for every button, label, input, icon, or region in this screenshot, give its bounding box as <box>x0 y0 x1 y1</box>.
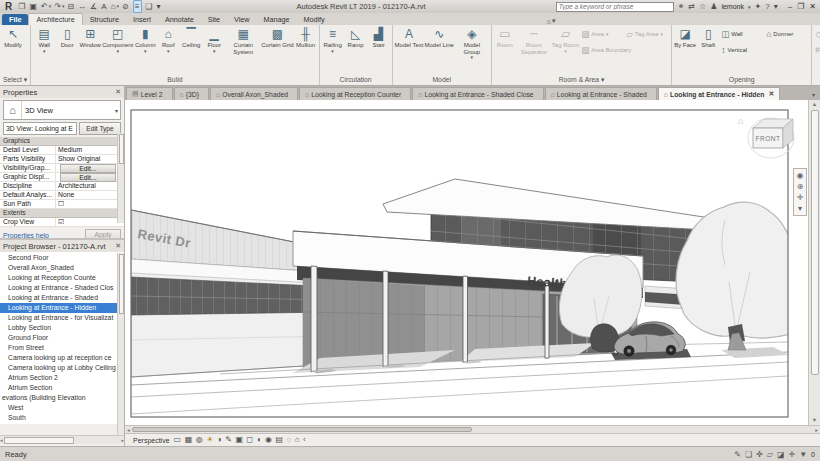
full-navigation-wheel-icon[interactable]: ◉ <box>797 171 804 180</box>
save-orientation-icon[interactable]: ⌂ <box>295 435 300 445</box>
ribbon-button-wall[interactable]: ▤Wall▾ <box>33 26 55 73</box>
browser-item-looking-at-entrance-for-visualizat[interactable]: Looking at Entrance - for Visualizat <box>0 313 124 323</box>
type-selector[interactable]: ⌂ 3D View ▾ <box>3 100 121 120</box>
revit-logo-icon[interactable]: R <box>5 1 13 12</box>
model-text-icon[interactable]: A <box>101 1 107 12</box>
browser-item-evations-building-elevation[interactable]: evations (Building Elevation <box>0 393 124 403</box>
view-tab-looking-at-entrance-shaded[interactable]: ⌂ Looking at Entrance - Shaded <box>545 87 657 100</box>
browser-item-looking-at-entrance-shaded[interactable]: Looking at Entrance - Shaded <box>0 293 124 303</box>
ribbon-button-grid[interactable]: #Grid <box>814 42 820 58</box>
scroll-right-icon[interactable]: ▸ <box>815 427 818 433</box>
ribbon-button-mullion[interactable]: ╫Mullion <box>295 26 317 73</box>
ribbon-button-by-face[interactable]: ◪By Face <box>674 26 696 73</box>
ribbon-button-roof[interactable]: ⌂Roof▾ <box>157 26 179 73</box>
ribbon-button-window[interactable]: ⊞Window <box>79 26 101 73</box>
browser-vertical-scrollbar[interactable] <box>117 253 124 435</box>
ribbon-button-floor[interactable]: ▁Floor▾ <box>203 26 225 73</box>
vertical-scrollbar[interactable]: ▲ ▼ <box>808 100 820 425</box>
navbar-caret-icon[interactable]: ▾ <box>798 204 802 213</box>
browser-horizontal-scrollbar[interactable]: ◂ ▸ <box>0 435 124 444</box>
zoom-icon[interactable]: ⊕ <box>797 182 804 191</box>
browser-item-ground-floor[interactable]: Ground Floor <box>0 333 124 343</box>
ribbon-button-model-group[interactable]: ◈Model Group▾ <box>455 26 489 73</box>
select-pinned-toggle-icon[interactable]: ✜ <box>756 450 763 459</box>
select-links-toggle-icon[interactable]: ❏ <box>745 450 752 459</box>
ribbon-button-door[interactable]: ▯Door <box>56 26 78 73</box>
ribbon-tab-structure[interactable]: Structure <box>83 14 126 25</box>
browser-item-looking-at-entrance-shaded-clos[interactable]: Looking at Entrance - Shaded Clos <box>0 283 124 293</box>
properties-scrollbar-thumb[interactable] <box>119 134 124 164</box>
visual-style-icon[interactable]: ◍ <box>196 435 203 445</box>
ribbon-tab-view[interactable]: View <box>227 14 256 25</box>
ribbon-button-railing[interactable]: ≡Railing▾ <box>322 26 344 73</box>
horizontal-scrollbar[interactable]: ◂ ▸ <box>125 425 820 433</box>
favorites-icon[interactable]: ☆ <box>699 2 706 11</box>
measure-icon[interactable]: ↔ <box>78 1 87 12</box>
editable-only-toggle-icon[interactable]: ✎ <box>734 450 741 459</box>
pan-icon[interactable]: ✛ <box>797 193 804 202</box>
drag-on-selection-toggle-icon[interactable]: ✛ <box>788 450 795 459</box>
ribbon-tab-file[interactable]: File <box>2 14 28 25</box>
browser-item-atrium-section[interactable]: Atrium Section <box>0 383 124 393</box>
ribbon-button-wall[interactable]: ◫Wall <box>720 26 764 42</box>
size-crop-icon[interactable]: ▭ <box>174 435 182 445</box>
view-tab-looking-at-entrance-shaded-close[interactable]: ⌂ Looking at Entrance - Shaded Close <box>412 87 543 100</box>
browser-item-from-street[interactable]: From Street <box>0 343 124 353</box>
ribbon-button-model-text[interactable]: AModel Text <box>395 26 424 73</box>
horizontal-scrollbar-thumb[interactable] <box>132 427 472 432</box>
sun-path-icon[interactable]: ☀ <box>206 435 213 445</box>
signed-in-user[interactable]: lemonk <box>721 3 744 10</box>
detail-level-icon[interactable]: ▦ <box>185 435 193 445</box>
panel-label-select[interactable]: Select ▾ <box>0 74 30 85</box>
browser-horizontal-scrollbar-thumb[interactable] <box>4 437 74 444</box>
scroll-up-icon[interactable]: ▲ <box>812 100 817 109</box>
browser-item-atrium-section-2[interactable]: Atrium Section 2 <box>0 373 124 383</box>
ribbon-button-shaft[interactable]: ▯Shaft <box>697 26 719 73</box>
search-input[interactable] <box>556 2 674 12</box>
ribbon-button-area[interactable]: ▨Area▾ <box>580 26 624 42</box>
minimize-button[interactable]: – <box>788 2 792 11</box>
browser-item-west[interactable]: West <box>0 403 124 413</box>
view-tab-level-2[interactable]: ▤ Level 2 <box>126 87 173 100</box>
search-icon[interactable]: ⚭ <box>678 2 685 11</box>
aligned-dimension-icon[interactable]: ∡ <box>90 1 98 12</box>
ribbon-tab-architecture[interactable]: Architecture <box>28 13 82 25</box>
browser-item-camera-looking-up-at-lobby-ceiling[interactable]: Camera looking up at Lobby Ceiling <box>0 363 124 373</box>
ribbon-button-stair[interactable]: ▟Stair <box>368 26 390 73</box>
viewcube-home-icon[interactable]: ⌂ <box>738 116 743 126</box>
sketchy-lines-icon[interactable]: ✎ <box>225 435 232 445</box>
browser-item-second-floor[interactable]: Second Floor <box>0 253 124 263</box>
apply-button[interactable]: Apply <box>85 229 121 240</box>
browser-vertical-scrollbar-thumb[interactable] <box>119 254 124 314</box>
help-caret-icon[interactable]: ▾ <box>774 2 778 11</box>
shadows-icon[interactable]: ◑ <box>217 435 222 445</box>
close-view-icon[interactable]: ✕ <box>768 90 774 98</box>
ribbon-tab-site[interactable]: Site <box>201 14 227 25</box>
edit-type-button[interactable]: Edit Type <box>79 122 121 135</box>
user-avatar-icon[interactable]: ♟ <box>710 2 717 11</box>
view-scale-label[interactable]: Perspective <box>133 437 170 444</box>
temporary-hide-isolate-icon[interactable]: ◖ <box>257 435 262 445</box>
help-icon[interactable]: ? <box>765 2 769 11</box>
ribbon-button-ceiling[interactable]: ▔Ceiling <box>180 26 202 73</box>
print-icon[interactable]: ⊟ <box>67 1 75 12</box>
instance-selector[interactable]: 3D View: Looking at E <box>3 122 77 135</box>
view-tab-looking-at-reception-counter[interactable]: ⌂ Looking at Reception Counter <box>299 87 411 100</box>
section-icon[interactable]: ⊘ <box>122 1 130 12</box>
ribbon-button-level[interactable]: ◇Level <box>814 26 820 42</box>
ribbon-button-tag-room[interactable]: ▱Tag Room▾ <box>552 26 579 73</box>
properties-scrollbar[interactable] <box>117 133 124 223</box>
app-store-icon[interactable]: ✦ <box>755 2 762 11</box>
view-tab-3d[interactable]: ⌂ {3D} <box>174 87 209 100</box>
view-tab-list-caret-icon[interactable]: ▾ <box>807 91 820 100</box>
drawing-canvas[interactable]: Revit Dr <box>125 100 820 425</box>
ribbon-button-curtain-system[interactable]: ▦Curtain System <box>226 26 260 73</box>
type-selector-caret-icon[interactable]: ▾ <box>115 107 120 114</box>
user-menu-caret-icon[interactable]: ▾ <box>748 4 751 10</box>
close-inactive-windows-icon[interactable]: ❏ <box>145 1 153 12</box>
close-button[interactable]: ✕ <box>809 2 816 11</box>
3d-view-scene[interactable]: Revit Dr <box>125 100 808 425</box>
ribbon-button-area-boundary[interactable]: ▧Area Boundary <box>580 42 624 58</box>
restore-button[interactable]: ❐ <box>797 2 804 11</box>
browser-item-south[interactable]: South <box>0 413 124 423</box>
